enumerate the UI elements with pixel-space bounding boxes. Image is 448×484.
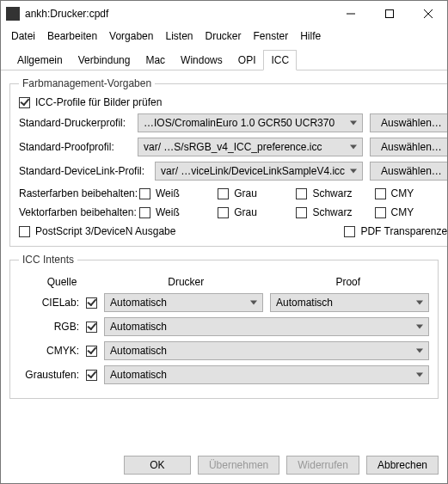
close-button[interactable] <box>408 1 447 27</box>
checkbox-icon <box>296 188 307 199</box>
legend-icc-intents: ICC Intents <box>19 254 77 266</box>
menu-drucker[interactable]: Drucker <box>199 28 246 44</box>
btn-select-proof[interactable]: Auswählen… <box>370 138 448 156</box>
btn-select-devicelink[interactable]: Auswählen… <box>370 162 448 181</box>
maximize-button[interactable] <box>370 1 408 27</box>
group-farbmanagement: Farbmanagement-Vorgaben ICC-Profile für … <box>9 77 448 247</box>
chk-raster-grau[interactable]: Grau <box>218 187 296 199</box>
minimize-button[interactable] <box>331 1 370 27</box>
checkbox-icon <box>375 188 386 199</box>
svg-rect-1 <box>385 10 393 18</box>
combo-rgb-drucker[interactable]: Automatisch <box>104 317 429 336</box>
menubar: Datei Bearbeiten Vorgaben Listen Drucker… <box>1 27 447 46</box>
menu-datei[interactable]: Datei <box>6 28 40 44</box>
tab-mac[interactable]: Mac <box>138 50 173 70</box>
menu-fenster[interactable]: Fenster <box>249 28 294 44</box>
tab-verbindung[interactable]: Verbindung <box>71 50 138 70</box>
combo-printer-profile[interactable]: …IOS/CromalinEuro 1.0 GCR50 UCR370 <box>138 113 363 132</box>
menu-vorgaben[interactable]: Vorgaben <box>104 28 158 44</box>
revert-button[interactable]: Widerrufen <box>286 456 359 475</box>
combo-graustufen-drucker[interactable]: Automatisch <box>104 365 429 384</box>
checkbox-icon <box>139 188 150 199</box>
menu-hilfe[interactable]: Hilfe <box>295 28 326 44</box>
label-devicelink-profile: Standard-DeviceLink-Profil: <box>19 165 148 177</box>
chk-postscript3[interactable]: PostScript 3/DeviceN Ausgabe <box>19 225 175 237</box>
chk-vector-cmy[interactable]: CMY <box>375 206 448 218</box>
chk-label: ICC-Profile für Bilder prüfen <box>35 96 162 108</box>
label-cielab: CIELab: <box>19 297 79 309</box>
app-icon <box>6 7 20 21</box>
tab-bar: Allgemein Verbindung Mac Windows OPI ICC <box>1 46 447 70</box>
apply-button[interactable]: Übernehmen <box>198 456 279 475</box>
group-icc-intents: ICC Intents Quelle Drucker Proof CIELab:… <box>9 254 439 399</box>
menu-bearbeiten[interactable]: Bearbeiten <box>42 28 102 44</box>
label-raster: Rasterfarben beibehalten: <box>19 187 139 199</box>
chk-icc-profiles[interactable]: ICC-Profile für Bilder prüfen <box>19 96 448 108</box>
combo-cielab-proof[interactable]: Automatisch <box>270 293 429 312</box>
checkbox-icon <box>218 207 229 218</box>
titlebar: ankh:Drucker:cpdf <box>1 1 447 27</box>
combo-proof-profile[interactable]: var/ …S/sRGB_v4_ICC_preference.icc <box>138 138 363 156</box>
checkbox-icon <box>139 207 150 218</box>
btn-select-printer[interactable]: Auswählen… <box>370 113 448 132</box>
legend-farbmanagement: Farbmanagement-Vorgaben <box>19 77 155 89</box>
label-graustufen: Graustufen: <box>19 369 79 381</box>
combo-devicelink-profile[interactable]: var/ …viceLink/DeviceLinkSampleV4.icc <box>155 162 363 181</box>
hdr-quelle: Quelle <box>19 276 105 288</box>
ok-button[interactable]: OK <box>124 456 191 475</box>
chk-rgb[interactable] <box>86 322 97 333</box>
label-vector: Vektorfarben beibehalten: <box>19 206 139 218</box>
chk-raster-weiss[interactable]: Weiß <box>139 187 218 199</box>
window-title: ankh:Drucker:cpdf <box>25 8 331 20</box>
checkbox-icon <box>344 226 355 237</box>
tab-icc[interactable]: ICC <box>263 50 297 70</box>
chk-vector-grau[interactable]: Grau <box>218 206 296 218</box>
combo-cmyk-drucker[interactable]: Automatisch <box>104 341 429 360</box>
checkbox-icon <box>218 188 229 199</box>
tab-windows[interactable]: Windows <box>173 50 230 70</box>
cancel-button[interactable]: Abbrechen <box>366 456 439 475</box>
chk-cielab[interactable] <box>86 297 97 309</box>
chk-graustufen[interactable] <box>86 370 97 381</box>
chk-cmyk[interactable] <box>86 346 97 357</box>
chk-pdf-transparency[interactable]: PDF Transparenzen <box>344 225 448 237</box>
label-printer-profile: Standard-Druckerprofil: <box>19 117 131 129</box>
label-rgb: RGB: <box>19 321 79 333</box>
tab-opi[interactable]: OPI <box>230 50 264 70</box>
label-cmyk: CMYK: <box>19 345 79 357</box>
chk-raster-schwarz[interactable]: Schwarz <box>296 187 374 199</box>
chk-vector-schwarz[interactable]: Schwarz <box>296 206 374 218</box>
checkbox-icon <box>19 226 30 237</box>
checkbox-icon <box>296 207 307 218</box>
chk-vector-weiss[interactable]: Weiß <box>139 206 218 218</box>
combo-cielab-drucker[interactable]: Automatisch <box>104 293 263 312</box>
checkbox-icon <box>19 97 30 108</box>
dialog-footer: OK Übernehmen Widerrufen Abbrechen <box>1 447 447 483</box>
chk-raster-cmy[interactable]: CMY <box>375 187 448 199</box>
hdr-drucker: Drucker <box>105 276 267 288</box>
hdr-proof: Proof <box>267 276 430 288</box>
menu-listen[interactable]: Listen <box>160 28 198 44</box>
tab-allgemein[interactable]: Allgemein <box>9 50 71 70</box>
checkbox-icon <box>375 207 386 218</box>
label-proof-profile: Standard-Proofprofil: <box>19 141 131 153</box>
